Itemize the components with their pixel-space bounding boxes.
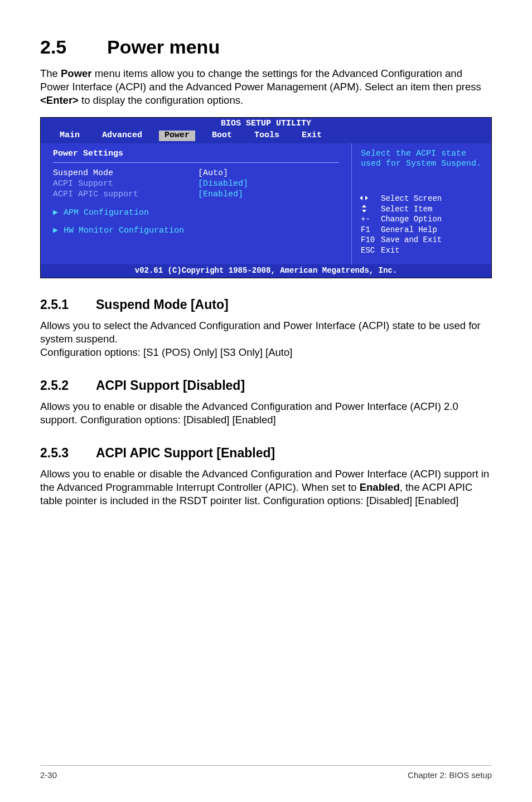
subsection-number: 2.5.2 (40, 378, 96, 393)
subsection-number: 2.5.1 (40, 297, 96, 312)
bios-help-panel: Select the ACPI state used for System Su… (352, 143, 491, 265)
bios-tab-exit[interactable]: Exit (296, 131, 327, 141)
bios-row-value: [Auto] (198, 168, 228, 179)
bios-tab-boot[interactable]: Boot (206, 131, 238, 141)
bios-row-acpi-support[interactable]: ACPI Support [Disabled] (53, 179, 339, 190)
bios-menubar: Main Advanced Power Boot Tools Exit (41, 129, 491, 143)
intro-paragraph: The Power menu items allow you to change… (40, 67, 492, 107)
section-heading: 2.5Power menu (40, 36, 492, 58)
bios-legend: Select Screen Select Item +- Change Opti… (361, 194, 482, 255)
bios-submenu-label: HW Monitor Configuration (64, 226, 184, 235)
subsection-number: 2.5.3 (40, 446, 96, 461)
bios-row-value: [Enabled] (198, 190, 243, 200)
section-title-text: Power menu (107, 36, 220, 57)
subsection-heading: 2.5.1Suspend Mode [Auto] (40, 297, 492, 312)
bios-tab-power[interactable]: Power (159, 131, 195, 141)
bios-row-label: Suspend Mode (53, 168, 198, 179)
submenu-arrow-icon: ▶ (53, 226, 58, 235)
bios-row-suspend-mode[interactable]: Suspend Mode [Auto] (53, 168, 339, 179)
bios-help-text: Select the ACPI state used for System Su… (361, 149, 482, 170)
bios-row-acpi-apic[interactable]: ACPI APIC support [Enabled] (53, 190, 339, 200)
legend-text: Select Screen (381, 194, 482, 204)
bios-submenu-hwmonitor[interactable]: ▶HW Monitor Configuration (53, 226, 339, 236)
bios-row-label: ACPI Support (53, 179, 198, 190)
bios-screenshot: BIOS SETUP UTILITY Main Advanced Power B… (40, 117, 492, 278)
section-number: 2.5 (40, 36, 107, 58)
legend-key-leftright-icon (361, 194, 381, 204)
subsection-body: Allows you to enable or disable the Adva… (40, 467, 492, 508)
bios-row-label: ACPI APIC support (53, 190, 198, 200)
bios-row-value: [Disabled] (198, 179, 248, 190)
subsection-title: Suspend Mode [Auto] (96, 297, 229, 312)
legend-key: F10 (361, 235, 381, 245)
subsection-heading: 2.5.2ACPI Support [Disabled] (40, 378, 492, 393)
bios-tab-tools[interactable]: Tools (249, 131, 285, 141)
legend-text: Select Item (381, 205, 482, 215)
footer-chapter: Chapter 2: BIOS setup (408, 770, 492, 780)
bios-submenu-label: APM Configuration (64, 208, 149, 218)
legend-key: ESC (361, 246, 381, 256)
subsection-title: ACPI Support [Disabled] (96, 378, 245, 393)
bios-tab-main[interactable]: Main (54, 131, 85, 141)
legend-text: Exit (381, 246, 482, 256)
bios-panel-title: Power Settings (53, 149, 123, 158)
bios-tab-advanced[interactable]: Advanced (96, 131, 148, 141)
subsection-title: ACPI APIC Support [Enabled] (96, 446, 275, 460)
subsection-heading: 2.5.3ACPI APIC Support [Enabled] (40, 446, 492, 461)
page-number: 2-30 (40, 770, 57, 780)
bios-footer: v02.61 (C)Copyright 1985-2008, American … (41, 264, 491, 278)
bios-header: BIOS SETUP UTILITY (41, 118, 491, 129)
submenu-arrow-icon: ▶ (53, 208, 58, 218)
legend-key: F1 (361, 225, 381, 235)
legend-key: +- (361, 215, 381, 225)
bios-submenu-apm[interactable]: ▶APM Configuration (53, 208, 339, 219)
subsection-body: Allows you to enable or disable the Adva… (40, 400, 492, 427)
legend-key-updown-icon (361, 205, 381, 215)
legend-text: Save and Exit (381, 235, 482, 245)
bios-main-panel: Power Settings Suspend Mode [Auto] ACPI … (41, 143, 352, 265)
legend-text: Change Option (381, 215, 482, 225)
page-footer: 2-30 Chapter 2: BIOS setup (40, 765, 492, 780)
legend-text: General Help (381, 225, 482, 235)
subsection-body: Allows you to select the Advanced Config… (40, 319, 492, 359)
